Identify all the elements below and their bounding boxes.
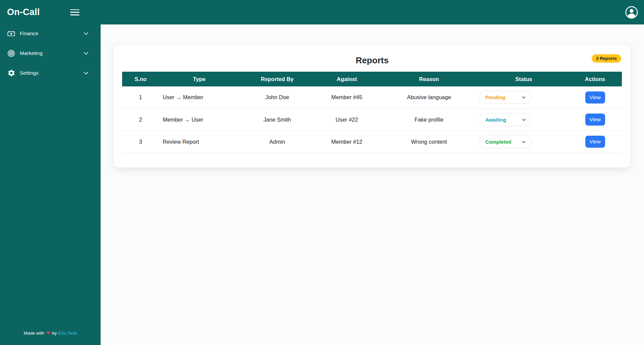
cell-reason: Wrong content (379, 131, 479, 153)
cell-against: Member #45 (315, 86, 379, 109)
heart-icon: ❤ (46, 330, 51, 336)
hamburger-menu-icon[interactable] (70, 9, 79, 16)
gear-icon (7, 69, 15, 77)
status-select[interactable]: Awaiting (479, 113, 532, 126)
view-button[interactable]: View (585, 91, 605, 104)
column-header-sno: S.no (122, 72, 159, 86)
app-logo: On-Call (7, 7, 40, 17)
sidebar-footer: Made with ❤ by E2o Tech (0, 330, 101, 336)
column-header-status: Status (479, 72, 568, 86)
column-header-actions: Actions (568, 72, 622, 86)
column-header-type: Type (159, 72, 239, 86)
table-row: 3 Review Report Admin Member #12 Wrong c… (122, 131, 622, 153)
chevron-down-icon (521, 139, 527, 145)
status-select[interactable]: Pending (479, 91, 532, 104)
sidebar-item-finance[interactable]: Finance (0, 28, 101, 39)
view-button[interactable]: View (585, 136, 605, 148)
chevron-down-icon (83, 30, 90, 37)
cell-actions: View (568, 109, 622, 131)
cell-type: User → Member (159, 86, 239, 109)
chevron-down-icon (83, 50, 90, 57)
target-icon (7, 49, 15, 58)
status-select[interactable]: Completed (479, 135, 532, 148)
reports-card: Reports 3 Reports S.no Type Reported By … (114, 45, 631, 167)
status-value: Pending (485, 94, 505, 100)
sidebar: On-Call Finance (0, 0, 101, 345)
sidebar-item-label: Marketing (20, 50, 43, 56)
table-header-row: S.no Type Reported By Against Reason Sta… (122, 72, 622, 86)
footer-brand-link[interactable]: E2o Tech (58, 331, 77, 336)
reports-table: S.no Type Reported By Against Reason Sta… (122, 72, 622, 153)
column-header-reason: Reason (379, 72, 479, 86)
sidebar-item-marketing[interactable]: Marketing (0, 48, 101, 58)
cell-reported-by: John Doe (239, 86, 315, 109)
column-header-against: Against (315, 72, 379, 86)
profile-avatar-button[interactable] (625, 5, 639, 19)
page-title: Reports (122, 53, 622, 66)
chevron-down-icon (521, 117, 527, 123)
reports-count-badge: 3 Reports (592, 54, 621, 63)
cell-sno: 3 (122, 131, 159, 153)
table-row: 2 Member → User Jane Smith User #22 Fake… (122, 109, 622, 131)
table-row: 1 User → Member John Doe Member #45 Abus… (122, 86, 622, 109)
cell-reported-by: Admin (239, 131, 315, 153)
cell-against: Member #12 (315, 131, 379, 153)
footer-text: by (52, 331, 57, 336)
cell-reason: Fake profile (379, 109, 479, 131)
status-value: Completed (485, 139, 512, 145)
sidebar-item-settings[interactable]: Settings (0, 68, 101, 78)
cell-reported-by: Jane Smith (239, 109, 315, 131)
chevron-down-icon (83, 70, 90, 77)
column-header-reported-by: Reported By (239, 72, 315, 86)
footer-text: Made with (24, 331, 45, 336)
cell-reason: Abusive language (379, 86, 479, 109)
user-circle-icon (625, 6, 638, 19)
cell-sno: 2 (122, 109, 159, 131)
cell-type: Member → User (159, 109, 239, 131)
cell-actions: View (568, 131, 622, 153)
cell-type: Review Report (159, 131, 239, 153)
cell-against: User #22 (315, 109, 379, 131)
cell-sno: 1 (122, 86, 159, 109)
main-content: Reports 3 Reports S.no Type Reported By … (101, 24, 644, 345)
chevron-down-icon (521, 94, 527, 100)
cash-icon (7, 29, 15, 38)
view-button[interactable]: View (585, 114, 605, 126)
sidebar-item-label: Settings (20, 70, 39, 76)
cell-actions: View (568, 86, 622, 109)
status-value: Awaiting (485, 117, 506, 123)
sidebar-item-label: Finance (20, 30, 38, 37)
